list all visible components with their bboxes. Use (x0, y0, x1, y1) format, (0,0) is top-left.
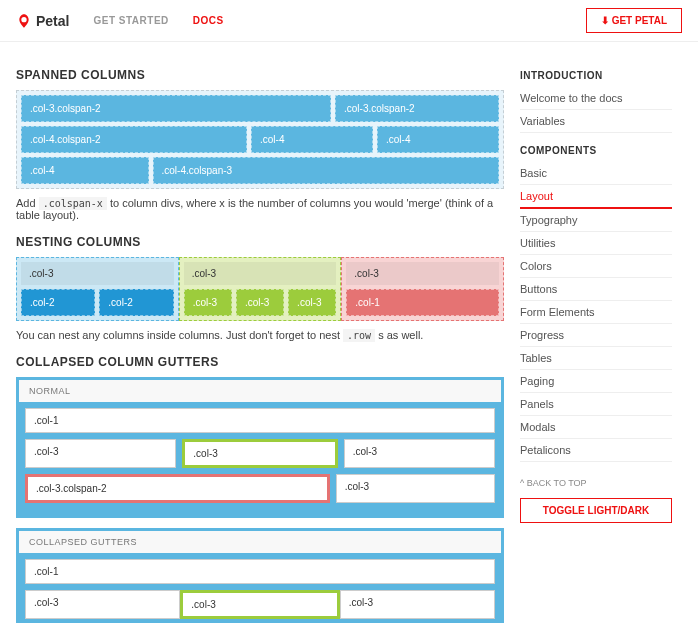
spanned-title: SPANNED COLUMNS (16, 68, 504, 82)
sidebar-item[interactable]: Form Elements (520, 301, 672, 324)
spanned-desc: Add .colspan-x to column divs, where x i… (16, 197, 504, 221)
gutter-label: COLLAPSED GUTTERS (19, 531, 501, 553)
sidebar-item[interactable]: Variables (520, 110, 672, 133)
grid-cell: .col-4.colspan-3 (153, 157, 500, 184)
grid-cell: .col-3 (25, 439, 176, 468)
grid-cell: .col-2 (21, 289, 95, 316)
grid-cell: .col-3 (182, 439, 337, 468)
grid-cell: .col-3 (288, 289, 336, 316)
sidebar-item[interactable]: Basic (520, 162, 672, 185)
back-to-top[interactable]: ^ BACK TO TOP (520, 478, 672, 488)
sidebar-item[interactable]: Progress (520, 324, 672, 347)
nest-head: .col-3 (184, 262, 337, 285)
sidebar-item[interactable]: Buttons (520, 278, 672, 301)
sidebar-item[interactable]: Tables (520, 347, 672, 370)
grid-cell: .col-3 (25, 590, 180, 619)
top-header: Petal GET STARTED DOCS ⬇ GET PETAL (0, 0, 698, 42)
gutter-label: NORMAL (19, 380, 501, 402)
download-icon: ⬇ (601, 15, 612, 26)
grid-cell: .col-2 (99, 289, 173, 316)
sidebar-item[interactable]: Modals (520, 416, 672, 439)
grid-cell: .col-3 (344, 439, 495, 468)
brand-name: Petal (36, 13, 69, 29)
sidebar-item[interactable]: Panels (520, 393, 672, 416)
sidebar-components-head: COMPONENTS (520, 145, 672, 156)
grid-cell: .col-1 (346, 289, 499, 316)
sidebar: INTRODUCTION Welcome to the docsVariable… (520, 42, 680, 623)
nest-head: .col-3 (21, 262, 174, 285)
petal-icon (16, 13, 32, 29)
grid-cell: .col-3 (340, 590, 495, 619)
grid-cell: .col-4 (377, 126, 499, 153)
grid-cell: .col-3 (236, 289, 284, 316)
nav-docs[interactable]: DOCS (193, 15, 224, 26)
grid-cell: .col-3.colspan-2 (335, 95, 499, 122)
brand-logo[interactable]: Petal (16, 13, 69, 29)
sidebar-item[interactable]: Welcome to the docs (520, 87, 672, 110)
grid-cell: .col-4 (21, 157, 149, 184)
main-content: SPANNED COLUMNS .col-3.colspan-2.col-3.c… (0, 42, 520, 623)
sidebar-item[interactable]: Layout (520, 185, 672, 209)
spanned-demo: .col-3.colspan-2.col-3.colspan-2.col-4.c… (16, 90, 504, 189)
grid-cell: .col-1 (25, 408, 495, 433)
nest-head: .col-3 (346, 262, 499, 285)
grid-cell: .col-3.colspan-2 (25, 474, 330, 503)
sidebar-item[interactable]: Paging (520, 370, 672, 393)
grid-cell: .col-3 (180, 590, 339, 619)
nesting-demo: .col-3.col-2.col-2.col-3.col-3.col-3.col… (16, 257, 504, 321)
collapsed-demo: NORMAL.col-1.col-3.col-3.col-3.col-3.col… (16, 377, 504, 623)
get-petal-button[interactable]: ⬇ GET PETAL (586, 8, 682, 33)
grid-cell: .col-4.colspan-2 (21, 126, 247, 153)
chevron-up-icon: ^ (520, 478, 527, 488)
sidebar-item[interactable]: Colors (520, 255, 672, 278)
nesting-title: NESTING COLUMNS (16, 235, 504, 249)
grid-cell: .col-3 (184, 289, 232, 316)
nesting-desc: You can nest any columns inside columns.… (16, 329, 504, 341)
sidebar-item[interactable]: Typography (520, 209, 672, 232)
collapsed-title: COLLAPSED COLUMN GUTTERS (16, 355, 504, 369)
toggle-theme-button[interactable]: TOGGLE LIGHT/DARK (520, 498, 672, 523)
grid-cell: .col-3.colspan-2 (21, 95, 331, 122)
grid-cell: .col-1 (25, 559, 495, 584)
nav-get-started[interactable]: GET STARTED (93, 15, 168, 26)
sidebar-item[interactable]: Utilities (520, 232, 672, 255)
grid-cell: .col-3 (336, 474, 495, 503)
sidebar-intro-head: INTRODUCTION (520, 70, 672, 81)
grid-cell: .col-4 (251, 126, 373, 153)
sidebar-item[interactable]: Petalicons (520, 439, 672, 462)
